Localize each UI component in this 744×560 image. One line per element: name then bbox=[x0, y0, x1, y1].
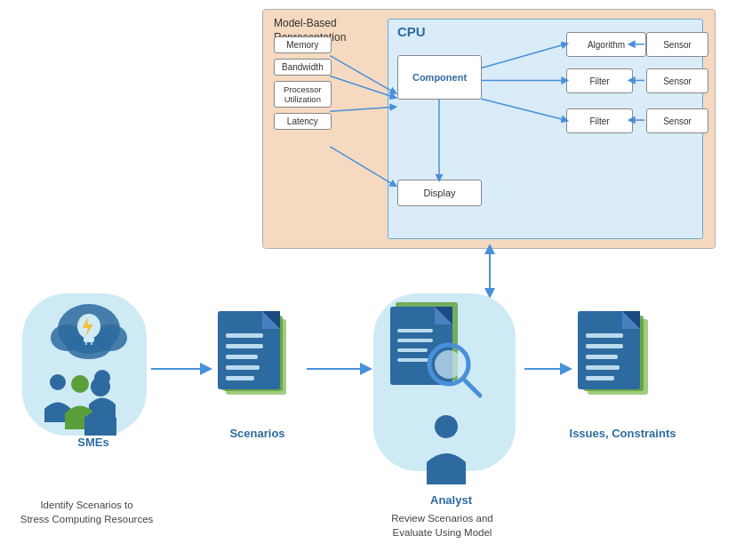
svg-line-2 bbox=[482, 99, 565, 120]
svg-rect-27 bbox=[226, 333, 263, 338]
analyst-bubble bbox=[373, 293, 516, 471]
svg-line-10 bbox=[330, 147, 396, 187]
processor-label: ProcessorUtilization bbox=[274, 81, 332, 108]
svg-line-7 bbox=[330, 56, 396, 94]
svg-rect-30 bbox=[226, 365, 260, 370]
svg-rect-45 bbox=[586, 333, 623, 338]
svg-rect-24 bbox=[226, 319, 286, 395]
svg-rect-25 bbox=[222, 316, 283, 391]
analyst-label: Analyst bbox=[404, 493, 498, 507]
smes-sublabel: Identify Scenarios toStress Computing Re… bbox=[4, 498, 169, 526]
issues-label: Issues, Constraints bbox=[558, 427, 687, 440]
svg-rect-31 bbox=[226, 376, 254, 380]
cpu-label: CPU bbox=[397, 24, 426, 39]
display-box: Display bbox=[397, 180, 482, 206]
sensor-box-3: Sensor bbox=[646, 108, 708, 133]
svg-rect-26 bbox=[218, 311, 280, 389]
bandwidth-label: Bandwidth bbox=[274, 59, 332, 76]
component-box: Component bbox=[397, 55, 482, 100]
cpu-box: CPU Component Algorithm Filter Filter Se… bbox=[388, 19, 703, 239]
algorithm-box: Algorithm bbox=[566, 32, 646, 57]
svg-rect-46 bbox=[586, 344, 623, 348]
svg-rect-48 bbox=[586, 365, 620, 370]
vert-connector-svg bbox=[476, 244, 503, 298]
scenarios-icon bbox=[213, 307, 302, 413]
smes-label: SMEs bbox=[49, 436, 138, 449]
svg-line-9 bbox=[330, 107, 396, 111]
issues-icon bbox=[573, 307, 662, 413]
svg-rect-47 bbox=[586, 355, 618, 359]
svg-rect-42 bbox=[588, 319, 648, 395]
sensor-box-2: Sensor bbox=[646, 68, 708, 93]
svg-rect-28 bbox=[226, 344, 263, 348]
filter-box-1: Filter bbox=[566, 68, 633, 93]
model-based-representation-box: Model-BasedRepresentation CPU Component … bbox=[262, 9, 716, 249]
analyst-sublabel: Review Scenarios andEvaluate Using Model bbox=[347, 511, 538, 540]
smes-bubble bbox=[22, 293, 147, 436]
svg-rect-44 bbox=[578, 311, 640, 389]
latency-label: Latency bbox=[274, 113, 332, 130]
svg-rect-29 bbox=[226, 355, 258, 359]
svg-rect-49 bbox=[586, 376, 614, 380]
svg-line-0 bbox=[482, 44, 565, 68]
svg-rect-43 bbox=[583, 316, 644, 391]
memory-label: Memory bbox=[274, 36, 332, 53]
scenarios-label: Scenarios bbox=[206, 427, 308, 440]
svg-line-8 bbox=[330, 76, 396, 98]
sensor-box-1: Sensor bbox=[646, 32, 708, 57]
filter-box-2: Filter bbox=[566, 108, 633, 133]
left-labels: Memory Bandwidth ProcessorUtilization La… bbox=[274, 36, 332, 130]
